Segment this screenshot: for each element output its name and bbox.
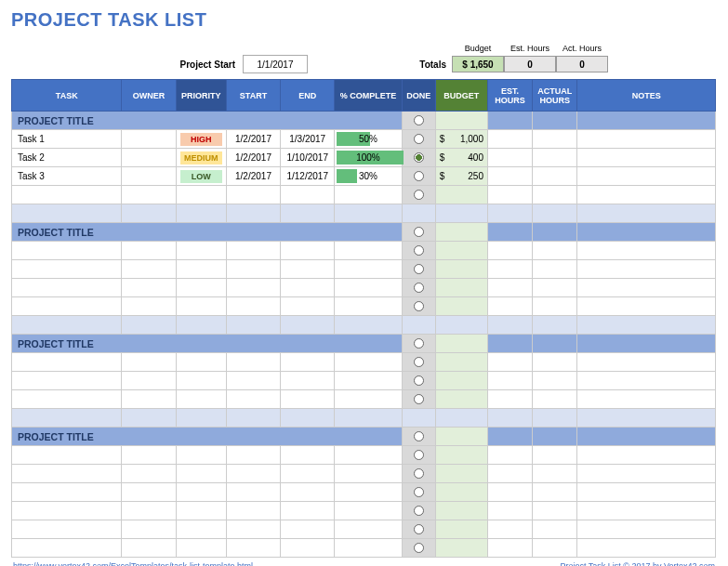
empty-cell[interactable] <box>487 502 532 520</box>
done-radio[interactable] <box>414 375 424 386</box>
priority-cell[interactable]: HIGH <box>176 130 226 149</box>
empty-cell[interactable] <box>12 502 122 520</box>
empty-cell[interactable] <box>402 186 435 204</box>
empty-cell[interactable] <box>402 390 435 409</box>
empty-cell[interactable] <box>577 279 716 297</box>
empty-cell[interactable] <box>435 502 487 520</box>
empty-cell[interactable] <box>577 502 716 520</box>
empty-cell[interactable] <box>122 242 176 260</box>
est-cell[interactable] <box>487 149 532 167</box>
end-cell[interactable]: 1/3/2017 <box>281 130 335 149</box>
empty-cell[interactable] <box>176 186 226 204</box>
empty-cell[interactable] <box>487 260 532 279</box>
empty-cell[interactable] <box>176 242 226 260</box>
done-radio[interactable] <box>414 171 424 181</box>
empty-cell[interactable] <box>176 502 226 520</box>
empty-cell[interactable] <box>226 353 280 372</box>
empty-cell[interactable] <box>487 520 532 539</box>
empty-cell[interactable] <box>402 353 435 372</box>
empty-cell[interactable] <box>533 353 577 372</box>
empty-cell[interactable] <box>533 186 577 204</box>
empty-cell[interactable] <box>335 502 402 520</box>
empty-cell[interactable] <box>577 520 716 539</box>
done-radio[interactable] <box>414 283 424 293</box>
done-radio[interactable] <box>414 487 424 497</box>
project-start-input[interactable] <box>243 55 308 73</box>
start-cell[interactable]: 1/2/2017 <box>226 149 280 167</box>
act-cell[interactable] <box>533 149 577 167</box>
empty-cell[interactable] <box>281 465 335 483</box>
empty-cell[interactable] <box>533 279 577 297</box>
empty-cell[interactable] <box>176 520 226 539</box>
empty-cell[interactable] <box>335 483 402 502</box>
budget-cell[interactable]: $1,000 <box>435 130 487 149</box>
empty-cell[interactable] <box>122 372 176 390</box>
owner-cell[interactable] <box>122 167 176 186</box>
empty-cell[interactable] <box>122 539 176 558</box>
act-cell[interactable] <box>533 130 577 149</box>
empty-cell[interactable] <box>12 186 122 204</box>
budget-cell[interactable]: $250 <box>435 167 487 186</box>
owner-cell[interactable] <box>122 130 176 149</box>
empty-cell[interactable] <box>335 297 402 316</box>
empty-cell[interactable] <box>176 297 226 316</box>
done-radio[interactable] <box>414 152 424 163</box>
empty-cell[interactable] <box>122 353 176 372</box>
owner-cell[interactable] <box>122 149 176 167</box>
empty-cell[interactable] <box>226 539 280 558</box>
empty-cell[interactable] <box>487 483 532 502</box>
end-cell[interactable]: 1/12/2017 <box>281 167 335 186</box>
empty-cell[interactable] <box>335 520 402 539</box>
empty-cell[interactable] <box>122 502 176 520</box>
empty-cell[interactable] <box>435 483 487 502</box>
empty-cell[interactable] <box>577 483 716 502</box>
empty-cell[interactable] <box>335 279 402 297</box>
done-radio[interactable] <box>414 245 424 256</box>
empty-cell[interactable] <box>577 465 716 483</box>
empty-cell[interactable] <box>226 297 280 316</box>
empty-cell[interactable] <box>122 520 176 539</box>
empty-cell[interactable] <box>12 242 122 260</box>
empty-cell[interactable] <box>226 483 280 502</box>
notes-cell[interactable] <box>577 149 716 167</box>
empty-cell[interactable] <box>533 372 577 390</box>
empty-cell[interactable] <box>281 502 335 520</box>
empty-cell[interactable] <box>435 372 487 390</box>
start-cell[interactable]: 1/2/2017 <box>226 167 280 186</box>
empty-cell[interactable] <box>226 390 280 409</box>
empty-cell[interactable] <box>435 242 487 260</box>
empty-cell[interactable] <box>176 465 226 483</box>
empty-cell[interactable] <box>226 242 280 260</box>
empty-cell[interactable] <box>487 539 532 558</box>
empty-cell[interactable] <box>577 297 716 316</box>
empty-cell[interactable] <box>176 372 226 390</box>
empty-cell[interactable] <box>281 297 335 316</box>
empty-cell[interactable] <box>533 483 577 502</box>
empty-cell[interactable] <box>533 465 577 483</box>
empty-cell[interactable] <box>12 446 122 465</box>
empty-cell[interactable] <box>577 446 716 465</box>
empty-cell[interactable] <box>122 260 176 279</box>
empty-cell[interactable] <box>176 446 226 465</box>
empty-cell[interactable] <box>281 242 335 260</box>
empty-cell[interactable] <box>226 520 280 539</box>
priority-cell[interactable]: MEDIUM <box>176 149 226 167</box>
done-radio[interactable] <box>414 450 424 460</box>
empty-cell[interactable] <box>281 390 335 409</box>
empty-cell[interactable] <box>487 390 532 409</box>
budget-cell[interactable]: $400 <box>435 149 487 167</box>
empty-cell[interactable] <box>122 465 176 483</box>
empty-cell[interactable] <box>176 279 226 297</box>
done-radio[interactable] <box>414 394 424 404</box>
done-radio[interactable] <box>414 227 424 237</box>
empty-cell[interactable] <box>402 502 435 520</box>
task-name[interactable]: Task 1 <box>12 130 122 149</box>
empty-cell[interactable] <box>435 353 487 372</box>
empty-cell[interactable] <box>487 372 532 390</box>
start-cell[interactable]: 1/2/2017 <box>226 130 280 149</box>
empty-cell[interactable] <box>335 186 402 204</box>
done-radio[interactable] <box>414 301 424 311</box>
empty-cell[interactable] <box>435 186 487 204</box>
empty-cell[interactable] <box>335 353 402 372</box>
task-name[interactable]: Task 3 <box>12 167 122 186</box>
